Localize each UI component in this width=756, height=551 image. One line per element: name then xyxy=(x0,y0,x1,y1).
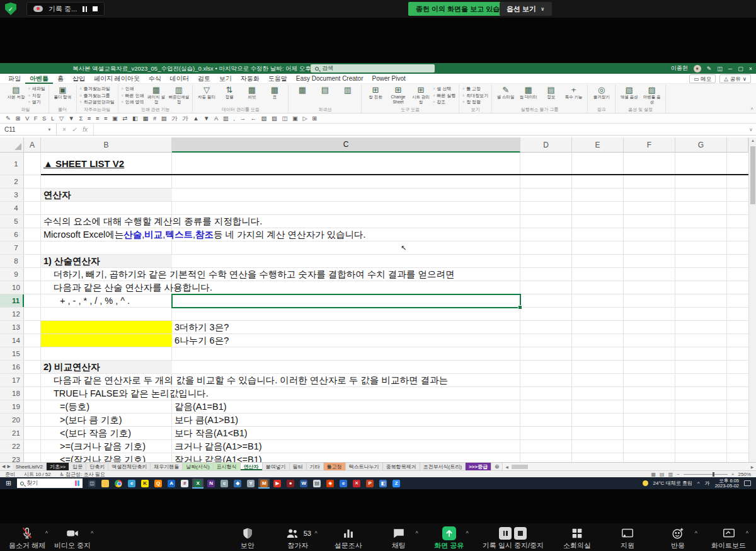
ribbon-button[interactable]: ▦ xyxy=(292,85,312,95)
cell-C19[interactable]: 같음(A1=B1) xyxy=(175,400,227,413)
row-header-7[interactable]: 7 xyxy=(0,241,24,254)
zoom-breakout-button[interactable]: 소회의실 xyxy=(560,526,594,549)
cell-B21[interactable]: <(보다 작음 기호) xyxy=(60,427,131,439)
qat-icon[interactable]: # xyxy=(153,113,156,124)
weather-icon[interactable] xyxy=(643,480,648,486)
qat-icon[interactable]: ⊞ xyxy=(312,113,317,124)
menu-tab-8[interactable]: 검토 xyxy=(193,74,215,84)
menu-tab-6[interactable]: 수식 xyxy=(144,74,166,84)
cell-B8[interactable]: 1) 산술연산자 xyxy=(43,255,100,267)
taskbar-icon-media-red[interactable]: ● xyxy=(285,478,296,489)
zoom-support-button[interactable]: 지원 xyxy=(610,526,644,549)
qat-icon[interactable]: ← xyxy=(250,113,256,124)
ribbon-small-button[interactable]: ▫창 정렬 xyxy=(462,99,488,105)
zoom-mute-button[interactable]: ^음소거 해제 xyxy=(9,526,45,549)
sheet-tab-붙여넣기[interactable]: 붙여넣기 xyxy=(263,463,290,470)
ribbon-button[interactable]: ▤정보 xyxy=(541,85,561,100)
weather-text[interactable]: 24°C 대체로 흐림 xyxy=(653,480,692,487)
scroll-up-icon[interactable]: ▲ xyxy=(749,139,756,142)
cell-B20[interactable]: >(보다 큼 기호) xyxy=(60,414,122,426)
zoom-slider[interactable] xyxy=(684,474,728,475)
sheet-tab-단축키[interactable]: 단축키 xyxy=(86,463,108,470)
cell-B10[interactable]: 다음과 같은 산술 연산자를 사용합니다. xyxy=(54,281,212,294)
qat-icon[interactable]: ▣ xyxy=(112,113,118,124)
menu-tab-7[interactable]: 데이터 xyxy=(166,74,193,84)
ribbon-button[interactable]: ▤사본 저장 xyxy=(6,85,26,100)
scroll-left-icon[interactable]: ◀ xyxy=(503,465,510,469)
share-button[interactable]: △공유 ∨ xyxy=(719,74,751,83)
accessibility-status[interactable]: ♿ 접근성: 조사 필요 xyxy=(60,471,105,478)
taskbar-icon-lab-app[interactable]: Y xyxy=(245,478,256,489)
qat-icon[interactable]: ▥ xyxy=(223,113,229,124)
taskbar-icon-snip-app[interactable]: ◧ xyxy=(377,478,389,489)
ribbon-small-button[interactable]: ▫최대창보기 xyxy=(462,93,488,99)
taskbar-icon-onenote[interactable]: N xyxy=(205,478,217,489)
menu-tab-4[interactable]: 삽입 xyxy=(68,74,89,84)
taskbar-icon-cloud-app[interactable]: c xyxy=(219,478,230,489)
stop-record-icon[interactable] xyxy=(514,527,527,540)
taskbar-icon-slack[interactable]: # xyxy=(179,478,190,489)
row-header-2[interactable]: 2 xyxy=(0,175,24,188)
ribbon-button[interactable]: ✎셀 스타일 xyxy=(495,85,516,100)
column-header-E[interactable]: E xyxy=(572,137,624,153)
horizontal-scroll-thumb[interactable] xyxy=(512,465,528,469)
zoom-in-icon[interactable]: + xyxy=(731,472,735,477)
menu-tab-5[interactable]: 페이지 레이아웃 xyxy=(89,74,144,84)
qat-icon[interactable]: ≡ xyxy=(104,113,108,124)
ribbon-button[interactable]: ▧액셀 옵션 xyxy=(619,85,639,100)
qat-icon[interactable]: ▽ xyxy=(59,113,64,124)
menu-tab-2[interactable]: 아벤틀 xyxy=(25,74,53,84)
ribbon-button[interactable]: ⊞창 전환 xyxy=(365,85,386,100)
sheet-tab-입문[interactable]: 입문 xyxy=(69,463,86,470)
cell-B19[interactable]: =(등호) xyxy=(60,400,89,413)
column-header-G[interactable]: G xyxy=(675,137,727,153)
tray-expand-icon[interactable]: ^ xyxy=(697,480,700,486)
selected-cell-C11[interactable] xyxy=(171,294,521,308)
start-button[interactable]: ⊞ xyxy=(0,479,17,487)
qat-icon[interactable]: , xyxy=(233,113,235,124)
pause-recording-button[interactable] xyxy=(83,6,87,12)
qat-icon[interactable]: ▦ xyxy=(142,113,148,124)
sheet-tab-필터[interactable]: 필터 xyxy=(290,463,307,470)
menu-tab-10[interactable]: 자동화 xyxy=(236,74,264,84)
horizontal-scrollbar[interactable]: ◀ ▶ xyxy=(502,463,756,470)
sheet-tab-중복항목제거[interactable]: 중복항목제거 xyxy=(383,463,420,470)
cell-C20[interactable]: 보다 큼(A1>B1) xyxy=(175,414,238,426)
chevron-up-icon[interactable]: ^ xyxy=(91,530,93,536)
row-header-16[interactable]: 16 xyxy=(0,361,24,373)
qat-icon[interactable]: ◫ xyxy=(282,113,287,124)
cell-B5[interactable]: 수식의 요소에 대해 수행할 계산의 종류를 지정합니다. xyxy=(43,215,262,228)
ribbon-small-button[interactable]: ▫최근열었던파일 xyxy=(80,99,115,105)
ribbon-button[interactable]: +특수 기능 xyxy=(563,85,584,100)
taskbar-icon-word[interactable]: W xyxy=(298,478,309,489)
row-header-6[interactable]: 6 xyxy=(0,228,24,241)
chevron-up-icon[interactable]: ^ xyxy=(315,530,318,536)
row-header-19[interactable]: 19 xyxy=(0,400,24,413)
fx-icon[interactable]: fx xyxy=(83,126,88,133)
restore-button[interactable]: ▢ xyxy=(738,66,743,72)
qat-icon[interactable]: ▼ xyxy=(69,113,74,124)
taskbar-icon-edge[interactable]: e xyxy=(126,478,137,489)
zoom-share-button[interactable]: ^화면 공유 xyxy=(432,526,466,549)
row-header-12[interactable]: 12 xyxy=(0,308,24,320)
row-header-13[interactable]: 13 xyxy=(0,321,24,334)
page-break-icon[interactable]: ▥ xyxy=(668,472,673,477)
menu-tab-3[interactable]: 홈 xyxy=(53,74,68,84)
cell-B1[interactable]: ▲ SHEET LIST V2 xyxy=(43,153,124,175)
ribbon-small-button[interactable]: ▫즐겨찾는그룹 xyxy=(80,93,115,99)
zoom-chat-button[interactable]: ^채팅 xyxy=(382,526,416,549)
menu-tab-1[interactable]: 파일 xyxy=(4,74,25,84)
row-header-17[interactable]: 17 xyxy=(0,374,24,386)
avatar[interactable]: ● xyxy=(694,65,701,72)
ribbon-small-button[interactable]: ▫빠른 인쇄 xyxy=(122,93,144,99)
column-header-F[interactable]: F xyxy=(624,137,675,153)
comments-button[interactable]: ▭메모 xyxy=(689,74,716,83)
row-header-11[interactable]: 11 xyxy=(0,294,24,307)
ribbon-small-button[interactable]: ▫새파일 xyxy=(28,86,45,92)
sheet-tab-중급[interactable]: >>>중급 xyxy=(466,463,491,470)
qat-icon[interactable]: ▷ xyxy=(302,113,307,124)
ribbon-small-button[interactable]: ▫즐겨찾는파일 xyxy=(80,86,115,92)
taskbar-icon-internet-explorer[interactable]: e xyxy=(338,478,349,489)
cell-C14[interactable]: 6나누기 6은? xyxy=(175,334,229,347)
zoom-security-button[interactable]: 보안 xyxy=(231,526,265,549)
